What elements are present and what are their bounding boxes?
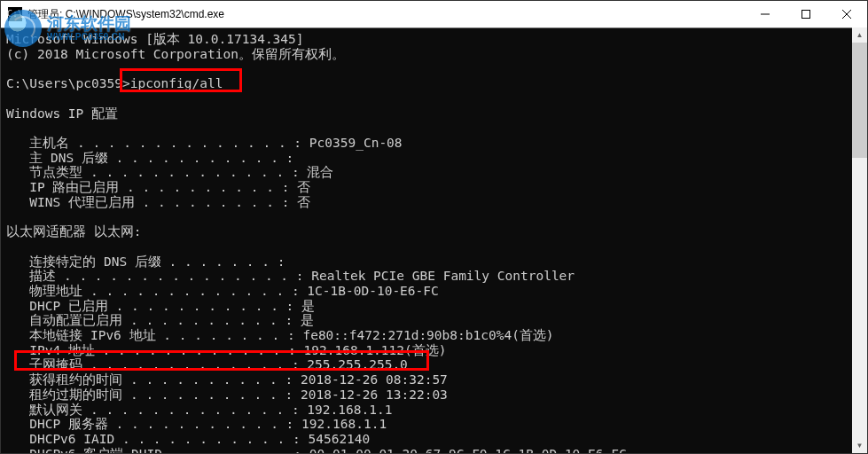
scroll-up-button[interactable]: ▲ xyxy=(852,27,867,43)
close-button[interactable] xyxy=(826,1,867,27)
minimize-button[interactable] xyxy=(745,1,786,27)
cmd-icon: C:\ xyxy=(8,7,22,21)
svg-rect-1 xyxy=(802,10,810,18)
cmd-window: C:\ 管理员: C:\WINDOWS\system32\cmd.exe Mic… xyxy=(0,0,868,454)
window-controls xyxy=(745,1,867,27)
window-title: 管理员: C:\WINDOWS\system32\cmd.exe xyxy=(27,7,224,22)
scroll-thumb[interactable] xyxy=(852,43,867,158)
scroll-track[interactable] xyxy=(852,43,867,438)
scroll-down-button[interactable]: ▼ xyxy=(852,438,867,453)
scrollbar[interactable]: ▲ ▼ xyxy=(852,27,867,453)
terminal-output[interactable]: Microsoft Windows [版本 10.0.17134.345] (c… xyxy=(1,28,867,453)
maximize-button[interactable] xyxy=(786,1,826,27)
titlebar[interactable]: C:\ 管理员: C:\WINDOWS\system32\cmd.exe xyxy=(1,1,867,28)
